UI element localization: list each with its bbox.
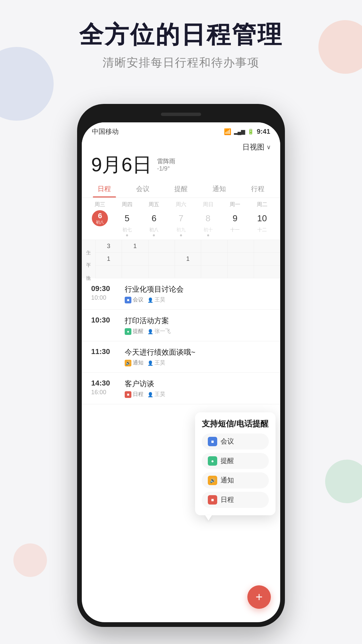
- weather-info: 雷阵雨 -1/9°: [157, 157, 175, 174]
- week-day-sun[interactable]: 周日 8 初十: [194, 201, 222, 233]
- day-num-mon: 9: [227, 210, 243, 226]
- day-name-wed: 周三: [86, 201, 114, 208]
- event-meta-2: ● 提醒 👤 张一飞: [125, 328, 271, 335]
- tab-itinerary[interactable]: 行程: [239, 180, 277, 197]
- dot-mon: [222, 234, 249, 236]
- grid-col-6: [254, 240, 280, 278]
- grid-cell-3-0: [175, 240, 201, 253]
- event-item-1[interactable]: 09:30 10:00 行业化项目讨论会 ■ 会议 👤 王昊: [82, 278, 280, 310]
- grid-col-0: 3 1: [95, 240, 122, 278]
- grid-cell-6-0: [254, 240, 280, 253]
- week-day-fri[interactable]: 周五 6 初八: [140, 201, 168, 233]
- tab-reminder[interactable]: 提醒: [162, 180, 200, 197]
- day-name-mon: 周一: [222, 201, 249, 208]
- person-name-2: 张一飞: [155, 328, 171, 335]
- event-meta-3: 🔊 通知 👤 王昊: [125, 359, 271, 366]
- tab-meeting[interactable]: 会议: [123, 180, 162, 197]
- hero-title: 全方位的日程管理: [0, 20, 362, 49]
- grid-cell-1-1: [122, 253, 148, 266]
- status-carrier: 中国移动: [92, 127, 119, 136]
- event-type-2: ● 提醒: [125, 328, 143, 335]
- event-start-4: 14:30: [91, 379, 121, 388]
- grid-cell-6-2: [254, 266, 280, 278]
- event-end-1: 10:00: [91, 294, 121, 301]
- week-day-mon[interactable]: 周一 9 十一: [222, 201, 249, 233]
- person-name-3: 王昊: [155, 359, 165, 366]
- event-title-4: 客户访谈: [125, 379, 271, 389]
- event-detail-1: 行业化项目讨论会 ■ 会议 👤 王昊: [121, 284, 271, 303]
- event-title-3: 今天进行绩效面谈哦~: [125, 347, 271, 357]
- grid-cell-5-1: [228, 253, 254, 266]
- grid-cell-5-0: [228, 240, 254, 253]
- grid-col-5: [227, 240, 254, 278]
- grid-cell-2-0: [148, 240, 175, 253]
- person-icon-2: 👤: [147, 329, 153, 334]
- event-item-3[interactable]: 11:30 今天进行绩效面谈哦~ 🔊 通知 👤 王昊: [82, 341, 280, 373]
- event-item-4[interactable]: 14:30 16:00 客户访谈 ■ 日程 👤 王昊: [82, 373, 280, 404]
- app-header: 日视图 ∨ 9月6日 雷阵雨 -1/9°: [82, 139, 280, 174]
- event-detail-2: 打印活动方案 ● 提醒 👤 张一飞: [121, 316, 271, 335]
- bg-circle-green: [325, 460, 362, 503]
- grid-cell-2-1: [148, 253, 175, 266]
- popup-tooltip: 支持短信/电话提醒 ■ 会议 ● 提醒 🔊 通知 ■ 日程: [195, 412, 276, 515]
- schedule-icon: ■: [125, 391, 131, 398]
- lunar-sat: 初九: [168, 227, 195, 233]
- popup-action-remind[interactable]: ● 提醒: [202, 453, 269, 469]
- schedule-grid: 上午 下午 晚上 3 1 1: [82, 240, 280, 278]
- view-selector[interactable]: 日视图 ∨: [91, 142, 271, 152]
- popup-schedule-icon: ■: [208, 495, 217, 505]
- phone-outer: 中国移动 📶 ▂▄▆ 🔋 9:41 日视图 ∨ 9月6日 雷阵雨: [77, 104, 285, 627]
- tab-schedule[interactable]: 日程: [85, 180, 123, 197]
- dot-fri: [140, 234, 168, 236]
- week-day-thu[interactable]: 周四 5 初七: [114, 201, 141, 233]
- event-end-4: 16:00: [91, 389, 121, 396]
- grid-col-4: [201, 240, 227, 278]
- notify-icon: 🔊: [125, 360, 131, 366]
- grid-cell-6-1: [254, 253, 280, 266]
- event-person-3: 👤 王昊: [147, 359, 165, 366]
- person-icon-3: 👤: [147, 360, 153, 366]
- weekly-calendar: 周三 6 初八 周四 5 初七 周五 6: [82, 198, 280, 240]
- day-num-sat: 7: [173, 210, 189, 226]
- dot-sun: [194, 234, 222, 236]
- day-num-sun: 8: [200, 210, 216, 226]
- event-meta-1: ■ 会议 👤 王昊: [125, 296, 271, 303]
- type-label-2: 提醒: [133, 328, 143, 335]
- status-time: 9:41: [257, 128, 270, 135]
- date-display: 9月6日: [91, 155, 152, 174]
- person-name-4: 王昊: [155, 391, 165, 398]
- popup-meeting-label: 会议: [221, 437, 234, 446]
- grid-cell-0-2: [96, 266, 122, 278]
- person-icon-1: 👤: [147, 297, 153, 303]
- day-name-tue: 周二: [248, 201, 276, 208]
- phone-mockup: 中国移动 📶 ▂▄▆ 🔋 9:41 日视图 ∨ 9月6日 雷阵雨: [77, 104, 285, 627]
- popup-action-notify[interactable]: 🔊 通知: [202, 472, 269, 488]
- weather-desc: 雷阵雨: [157, 157, 175, 165]
- fab-add-button[interactable]: +: [247, 585, 271, 609]
- event-detail-4: 客户访谈 ■ 日程 👤 王昊: [121, 379, 271, 398]
- grid-col-2: [148, 240, 175, 278]
- week-day-tue[interactable]: 周二 10 十二: [248, 201, 276, 233]
- popup-notify-label: 通知: [221, 476, 234, 485]
- bg-circle-pink2: [13, 543, 47, 577]
- type-label-4: 日程: [133, 391, 143, 398]
- popup-remind-label: 提醒: [221, 456, 234, 465]
- event-item-2[interactable]: 10:30 打印活动方案 ● 提醒 👤 张一飞: [82, 310, 280, 341]
- battery-icon: 🔋: [247, 128, 254, 135]
- day-name-sat: 周六: [168, 201, 195, 208]
- popup-action-meeting[interactable]: ■ 会议: [202, 433, 269, 450]
- grid-cell-5-2: [228, 266, 254, 278]
- lunar-sun: 初十: [194, 227, 222, 233]
- week-day-sat[interactable]: 周六 7 初九: [168, 201, 195, 233]
- wifi-icon: 📶: [224, 128, 231, 135]
- event-time-1: 09:30 10:00: [91, 284, 121, 301]
- event-detail-3: 今天进行绩效面谈哦~ 🔊 通知 👤 王昊: [121, 347, 271, 366]
- event-start-3: 11:30: [91, 347, 121, 356]
- popup-action-schedule[interactable]: ■ 日程: [202, 492, 269, 508]
- event-title-2: 打印活动方案: [125, 316, 271, 326]
- grid-cell-2-2: [148, 266, 175, 278]
- week-day-wed[interactable]: 周三 6 初八: [86, 201, 114, 233]
- grid-cell-1-0: 1: [122, 240, 148, 253]
- tab-notification[interactable]: 通知: [200, 180, 238, 197]
- event-meta-4: ■ 日程 👤 王昊: [125, 391, 271, 398]
